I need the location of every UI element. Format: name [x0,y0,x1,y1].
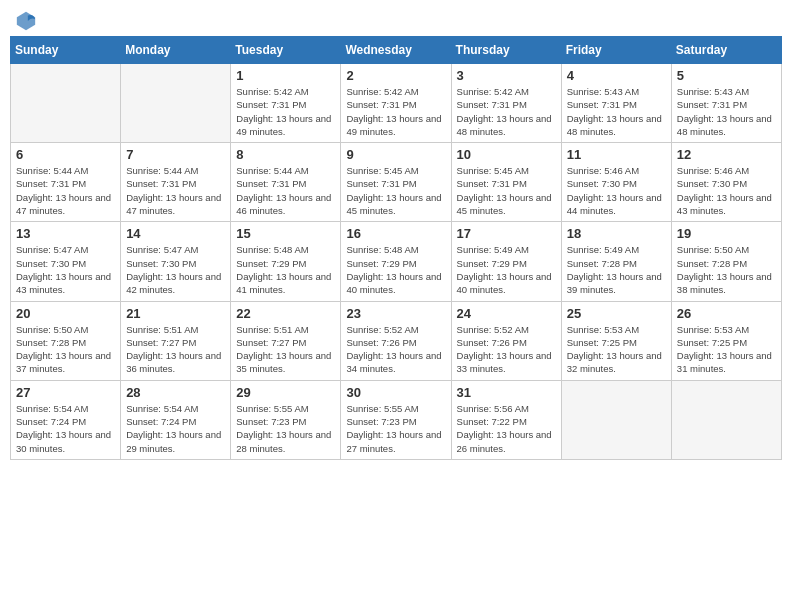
weekday-wednesday: Wednesday [341,37,451,64]
calendar-cell: 18Sunrise: 5:49 AM Sunset: 7:28 PM Dayli… [561,222,671,301]
day-info: Sunrise: 5:47 AM Sunset: 7:30 PM Dayligh… [16,243,115,296]
calendar-cell: 7Sunrise: 5:44 AM Sunset: 7:31 PM Daylig… [121,143,231,222]
calendar-cell [671,380,781,459]
day-number: 2 [346,68,445,83]
calendar-cell: 16Sunrise: 5:48 AM Sunset: 7:29 PM Dayli… [341,222,451,301]
day-info: Sunrise: 5:48 AM Sunset: 7:29 PM Dayligh… [346,243,445,296]
calendar-cell: 19Sunrise: 5:50 AM Sunset: 7:28 PM Dayli… [671,222,781,301]
day-number: 21 [126,306,225,321]
calendar-week-5: 27Sunrise: 5:54 AM Sunset: 7:24 PM Dayli… [11,380,782,459]
calendar-cell: 26Sunrise: 5:53 AM Sunset: 7:25 PM Dayli… [671,301,781,380]
logo-icon [15,10,37,32]
day-info: Sunrise: 5:51 AM Sunset: 7:27 PM Dayligh… [236,323,335,376]
day-number: 30 [346,385,445,400]
day-number: 9 [346,147,445,162]
calendar-week-3: 13Sunrise: 5:47 AM Sunset: 7:30 PM Dayli… [11,222,782,301]
calendar-week-1: 1Sunrise: 5:42 AM Sunset: 7:31 PM Daylig… [11,64,782,143]
day-info: Sunrise: 5:49 AM Sunset: 7:29 PM Dayligh… [457,243,556,296]
calendar-cell: 10Sunrise: 5:45 AM Sunset: 7:31 PM Dayli… [451,143,561,222]
day-info: Sunrise: 5:51 AM Sunset: 7:27 PM Dayligh… [126,323,225,376]
weekday-saturday: Saturday [671,37,781,64]
day-number: 7 [126,147,225,162]
day-number: 23 [346,306,445,321]
day-number: 5 [677,68,776,83]
day-info: Sunrise: 5:48 AM Sunset: 7:29 PM Dayligh… [236,243,335,296]
calendar-cell: 15Sunrise: 5:48 AM Sunset: 7:29 PM Dayli… [231,222,341,301]
calendar-cell [121,64,231,143]
calendar-cell: 31Sunrise: 5:56 AM Sunset: 7:22 PM Dayli… [451,380,561,459]
calendar-cell: 17Sunrise: 5:49 AM Sunset: 7:29 PM Dayli… [451,222,561,301]
day-number: 4 [567,68,666,83]
day-info: Sunrise: 5:46 AM Sunset: 7:30 PM Dayligh… [567,164,666,217]
weekday-header-row: SundayMondayTuesdayWednesdayThursdayFrid… [11,37,782,64]
calendar-cell: 6Sunrise: 5:44 AM Sunset: 7:31 PM Daylig… [11,143,121,222]
day-number: 19 [677,226,776,241]
day-info: Sunrise: 5:46 AM Sunset: 7:30 PM Dayligh… [677,164,776,217]
calendar-cell: 5Sunrise: 5:43 AM Sunset: 7:31 PM Daylig… [671,64,781,143]
day-number: 29 [236,385,335,400]
calendar-cell: 22Sunrise: 5:51 AM Sunset: 7:27 PM Dayli… [231,301,341,380]
calendar-cell: 2Sunrise: 5:42 AM Sunset: 7:31 PM Daylig… [341,64,451,143]
day-number: 25 [567,306,666,321]
day-info: Sunrise: 5:47 AM Sunset: 7:30 PM Dayligh… [126,243,225,296]
day-number: 13 [16,226,115,241]
calendar-cell: 27Sunrise: 5:54 AM Sunset: 7:24 PM Dayli… [11,380,121,459]
day-number: 27 [16,385,115,400]
day-info: Sunrise: 5:50 AM Sunset: 7:28 PM Dayligh… [677,243,776,296]
day-number: 15 [236,226,335,241]
calendar-body: 1Sunrise: 5:42 AM Sunset: 7:31 PM Daylig… [11,64,782,460]
day-info: Sunrise: 5:43 AM Sunset: 7:31 PM Dayligh… [677,85,776,138]
day-info: Sunrise: 5:45 AM Sunset: 7:31 PM Dayligh… [346,164,445,217]
calendar-cell: 28Sunrise: 5:54 AM Sunset: 7:24 PM Dayli… [121,380,231,459]
calendar-cell: 13Sunrise: 5:47 AM Sunset: 7:30 PM Dayli… [11,222,121,301]
day-info: Sunrise: 5:50 AM Sunset: 7:28 PM Dayligh… [16,323,115,376]
day-info: Sunrise: 5:42 AM Sunset: 7:31 PM Dayligh… [346,85,445,138]
page-header [10,10,782,28]
calendar-cell [561,380,671,459]
day-info: Sunrise: 5:43 AM Sunset: 7:31 PM Dayligh… [567,85,666,138]
calendar-cell: 3Sunrise: 5:42 AM Sunset: 7:31 PM Daylig… [451,64,561,143]
day-number: 8 [236,147,335,162]
weekday-sunday: Sunday [11,37,121,64]
day-info: Sunrise: 5:56 AM Sunset: 7:22 PM Dayligh… [457,402,556,455]
day-info: Sunrise: 5:45 AM Sunset: 7:31 PM Dayligh… [457,164,556,217]
day-info: Sunrise: 5:49 AM Sunset: 7:28 PM Dayligh… [567,243,666,296]
day-info: Sunrise: 5:44 AM Sunset: 7:31 PM Dayligh… [16,164,115,217]
calendar-cell: 20Sunrise: 5:50 AM Sunset: 7:28 PM Dayli… [11,301,121,380]
day-info: Sunrise: 5:42 AM Sunset: 7:31 PM Dayligh… [236,85,335,138]
day-info: Sunrise: 5:54 AM Sunset: 7:24 PM Dayligh… [16,402,115,455]
calendar-cell: 12Sunrise: 5:46 AM Sunset: 7:30 PM Dayli… [671,143,781,222]
day-info: Sunrise: 5:54 AM Sunset: 7:24 PM Dayligh… [126,402,225,455]
weekday-thursday: Thursday [451,37,561,64]
day-number: 1 [236,68,335,83]
weekday-monday: Monday [121,37,231,64]
day-number: 31 [457,385,556,400]
day-info: Sunrise: 5:52 AM Sunset: 7:26 PM Dayligh… [457,323,556,376]
calendar-week-2: 6Sunrise: 5:44 AM Sunset: 7:31 PM Daylig… [11,143,782,222]
calendar-cell: 14Sunrise: 5:47 AM Sunset: 7:30 PM Dayli… [121,222,231,301]
calendar-cell: 24Sunrise: 5:52 AM Sunset: 7:26 PM Dayli… [451,301,561,380]
calendar-cell [11,64,121,143]
calendar-cell: 23Sunrise: 5:52 AM Sunset: 7:26 PM Dayli… [341,301,451,380]
logo [14,10,37,28]
calendar-table: SundayMondayTuesdayWednesdayThursdayFrid… [10,36,782,460]
day-number: 18 [567,226,666,241]
day-info: Sunrise: 5:44 AM Sunset: 7:31 PM Dayligh… [236,164,335,217]
day-number: 24 [457,306,556,321]
day-info: Sunrise: 5:52 AM Sunset: 7:26 PM Dayligh… [346,323,445,376]
day-number: 17 [457,226,556,241]
calendar-cell: 9Sunrise: 5:45 AM Sunset: 7:31 PM Daylig… [341,143,451,222]
day-number: 6 [16,147,115,162]
day-number: 28 [126,385,225,400]
day-info: Sunrise: 5:55 AM Sunset: 7:23 PM Dayligh… [346,402,445,455]
calendar-week-4: 20Sunrise: 5:50 AM Sunset: 7:28 PM Dayli… [11,301,782,380]
day-number: 10 [457,147,556,162]
day-info: Sunrise: 5:53 AM Sunset: 7:25 PM Dayligh… [677,323,776,376]
day-info: Sunrise: 5:44 AM Sunset: 7:31 PM Dayligh… [126,164,225,217]
calendar-cell: 8Sunrise: 5:44 AM Sunset: 7:31 PM Daylig… [231,143,341,222]
calendar-cell: 21Sunrise: 5:51 AM Sunset: 7:27 PM Dayli… [121,301,231,380]
day-info: Sunrise: 5:55 AM Sunset: 7:23 PM Dayligh… [236,402,335,455]
day-info: Sunrise: 5:42 AM Sunset: 7:31 PM Dayligh… [457,85,556,138]
day-number: 3 [457,68,556,83]
calendar-cell: 1Sunrise: 5:42 AM Sunset: 7:31 PM Daylig… [231,64,341,143]
